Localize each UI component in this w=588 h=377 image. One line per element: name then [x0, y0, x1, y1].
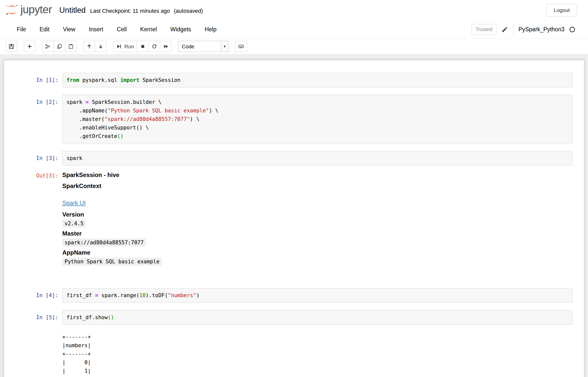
- notebook-site: In [1]:from pyspark.sql import SparkSess…: [0, 55, 588, 377]
- arrow-down-icon: [98, 44, 104, 49]
- code-editor[interactable]: from pyspark.sql import SparkSession: [62, 73, 572, 87]
- checkpoint-label: Last Checkpoint: 11 minutes ago: [90, 8, 170, 14]
- main-menu: File Edit View Insert Cell Kernel Widget…: [10, 21, 223, 38]
- keyboard-icon: [238, 44, 244, 49]
- output-text: +-------+|numbers|+-------+| 0|| 1|| 2||…: [62, 332, 572, 377]
- copy-cell-button[interactable]: [54, 41, 65, 52]
- menu-bar: File Edit View Insert Cell Kernel Widget…: [0, 21, 588, 39]
- cell-text-output: +-------+|numbers|+-------+| 0|| 1|| 2||…: [4, 332, 584, 377]
- cell-rich-output: Out[3]:SparkSession - hiveSparkContextSp…: [4, 171, 584, 268]
- input-prompt: In [1]:: [4, 73, 62, 87]
- jupyter-logo-icon: [6, 3, 19, 17]
- code-cell: In [1]:from pyspark.sql import SparkSess…: [4, 73, 584, 87]
- field-value: v2.4.5: [62, 220, 86, 228]
- code-cell: In [3]:spark: [4, 151, 584, 165]
- spark-context-title: SparkContext: [62, 182, 568, 190]
- vertical-divider: [513, 24, 513, 35]
- kernel-name-label: PySpark_Python3: [518, 26, 564, 33]
- title-group: Untitled Last Checkpoint: 11 minutes ago…: [59, 6, 203, 15]
- copy-icon: [57, 44, 62, 49]
- notebook-header: jupyter Untitled Last Checkpoint: 11 min…: [0, 0, 588, 55]
- logout-button[interactable]: Logout: [546, 4, 577, 17]
- restart-kernel-button[interactable]: [148, 41, 160, 52]
- input-prompt: In [2]:: [4, 95, 62, 143]
- clipboard-icon: [68, 44, 74, 49]
- command-palette-button[interactable]: [235, 41, 247, 52]
- restart-icon: [151, 44, 157, 49]
- cut-cell-button[interactable]: [42, 41, 54, 52]
- plus-icon: [27, 44, 33, 49]
- field-value: spark://ad80d4a88557:7077: [62, 239, 146, 247]
- menubar-right-cluster: Trusted PySpark_Python3: [472, 24, 588, 35]
- chevron-down-icon: ▼: [221, 41, 228, 52]
- cell-type-value: Code: [178, 41, 221, 52]
- header-top-bar: jupyter Untitled Last Checkpoint: 11 min…: [0, 0, 588, 21]
- move-cell-up-button[interactable]: [83, 41, 95, 52]
- save-button[interactable]: [6, 41, 17, 52]
- menu-help[interactable]: Help: [198, 21, 223, 38]
- code-editor[interactable]: first_df.show(): [62, 310, 572, 325]
- pencil-icon: [501, 26, 508, 33]
- move-cell-down-button[interactable]: [95, 41, 107, 52]
- output-prompt: Out[3]:: [4, 171, 62, 268]
- input-prompt: In [4]:: [4, 288, 62, 303]
- stop-icon: [140, 44, 146, 49]
- trusted-badge[interactable]: Trusted: [472, 24, 496, 35]
- paste-cell-button[interactable]: [65, 41, 77, 52]
- code-editor[interactable]: spark: [62, 151, 572, 165]
- interrupt-kernel-button[interactable]: [137, 41, 149, 52]
- run-button[interactable]: Run: [113, 41, 137, 52]
- field-label: AppName: [62, 249, 568, 256]
- menu-view[interactable]: View: [56, 21, 82, 38]
- spark-session-title: SparkSession - hive: [62, 171, 568, 178]
- notebook-title[interactable]: Untitled: [59, 6, 86, 15]
- autosave-label: (autosaved): [174, 8, 203, 14]
- field-label: Version: [62, 211, 568, 218]
- kernel-idle-icon: [569, 27, 575, 32]
- spark-ui-link[interactable]: Spark UI: [62, 200, 86, 206]
- menu-widgets[interactable]: Widgets: [164, 21, 198, 38]
- floppy-icon: [9, 44, 14, 49]
- arrow-up-icon: [86, 44, 92, 49]
- field-value: Python Spark SQL basic example: [62, 258, 162, 266]
- code-editor[interactable]: first_df = spark.range(10).toDF("numbers…: [62, 288, 572, 303]
- jupyter-logo[interactable]: jupyter: [6, 3, 52, 17]
- input-prompt: In [5]:: [4, 310, 62, 325]
- scissors-icon: [45, 44, 51, 49]
- cell-type-dropdown[interactable]: Code ▼: [178, 41, 229, 52]
- field-label: Master: [62, 230, 568, 237]
- step-forward-icon: [116, 44, 122, 49]
- add-cell-button[interactable]: [24, 41, 36, 52]
- jupyter-logo-text: jupyter: [21, 4, 52, 17]
- menu-cell[interactable]: Cell: [110, 21, 134, 38]
- menu-edit[interactable]: Edit: [33, 21, 56, 38]
- restart-run-all-button[interactable]: [160, 41, 172, 52]
- code-editor[interactable]: spark = SparkSession.builder \ .appName(…: [62, 95, 572, 143]
- code-cell: In [5]:first_df.show(): [4, 310, 584, 325]
- fast-forward-icon: [163, 44, 169, 49]
- notebook-container: In [1]:from pyspark.sql import SparkSess…: [4, 60, 584, 377]
- menu-file[interactable]: File: [10, 21, 33, 38]
- menu-insert[interactable]: Insert: [82, 21, 110, 38]
- run-button-label: Run: [124, 44, 134, 50]
- spark-session-output: SparkSession - hiveSparkContextSpark UIV…: [62, 171, 572, 268]
- input-prompt: In [3]:: [4, 151, 62, 165]
- notebook-toolbar: Run Code ▼: [0, 39, 588, 55]
- code-cell: In [4]:first_df = spark.range(10).toDF("…: [4, 288, 584, 303]
- menu-kernel[interactable]: Kernel: [133, 21, 163, 38]
- output-prompt-empty: [4, 332, 62, 377]
- code-cell: In [2]:spark = SparkSession.builder \ .a…: [4, 95, 584, 143]
